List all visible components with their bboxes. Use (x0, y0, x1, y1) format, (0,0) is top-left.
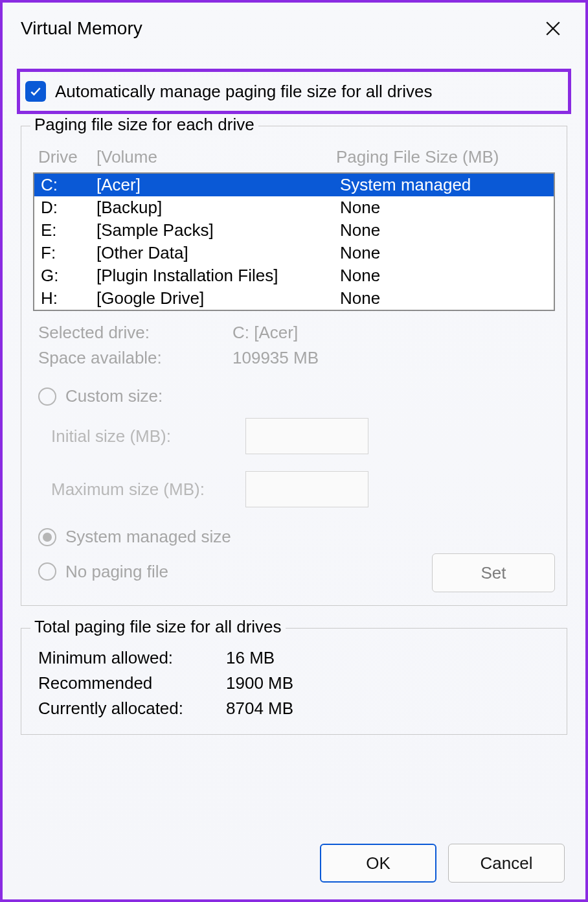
radio-system-managed[interactable] (38, 528, 56, 546)
header-size: Paging File Size (MB) (336, 147, 550, 167)
drive-letter: G: (41, 266, 96, 286)
recommended-value: 1900 MB (226, 673, 293, 693)
set-button-label: Set (481, 563, 506, 583)
drive-size: System managed (340, 175, 547, 195)
drive-size: None (340, 266, 547, 286)
drive-letter: H: (41, 288, 96, 308)
radio-custom-size[interactable] (38, 387, 56, 406)
currently-allocated-value: 8704 MB (226, 699, 293, 719)
minimum-allowed-value: 16 MB (226, 648, 275, 668)
drive-volume: [Google Drive] (96, 288, 340, 308)
radio-system-label: System managed size (65, 527, 231, 547)
maximum-size-label: Maximum size (MB): (51, 480, 245, 500)
ok-button[interactable]: OK (320, 844, 436, 883)
per-drive-legend: Paging file size for each drive (30, 115, 258, 135)
currently-allocated-label: Currently allocated: (38, 699, 226, 719)
space-available-value: 109935 MB (232, 348, 319, 368)
selected-drive-label: Selected drive: (38, 323, 232, 343)
set-button[interactable]: Set (432, 553, 555, 592)
selected-drive-value: C: [Acer] (232, 323, 298, 343)
drive-letter: D: (41, 198, 96, 218)
cancel-button-label: Cancel (481, 853, 533, 873)
auto-manage-highlight: Automatically manage paging file size fo… (17, 69, 571, 114)
drive-size: None (340, 198, 547, 218)
totals-group: Total paging file size for all drives Mi… (21, 628, 567, 735)
initial-size-label: Initial size (MB): (51, 426, 245, 446)
drive-volume: [Backup] (96, 198, 340, 218)
virtual-memory-dialog: Virtual Memory Automatically manage pagi… (0, 0, 588, 902)
window-title: Virtual Memory (21, 18, 142, 39)
drive-volume: [Sample Packs] (96, 220, 340, 240)
radio-no-paging[interactable] (38, 562, 56, 581)
drive-list[interactable]: C: [Acer] System managed D: [Backup] Non… (33, 172, 555, 311)
drive-size: None (340, 288, 547, 308)
header-volume: [Volume (96, 147, 336, 167)
totals-legend: Total paging file size for all drives (30, 617, 286, 637)
drive-row[interactable]: D: [Backup] None (34, 196, 554, 219)
cancel-button[interactable]: Cancel (448, 844, 565, 883)
drive-letter: C: (41, 175, 96, 195)
radio-custom-label: Custom size: (65, 386, 163, 406)
ok-button-label: OK (366, 853, 390, 873)
dialog-footer: OK Cancel (320, 844, 565, 883)
drive-row[interactable]: H: [Google Drive] None (34, 287, 554, 310)
auto-manage-checkbox[interactable] (25, 81, 46, 102)
space-available-label: Space available: (38, 348, 232, 368)
auto-manage-label: Automatically manage paging file size fo… (55, 82, 432, 102)
drive-list-header: Drive [Volume Paging File Size (MB) (33, 143, 555, 172)
minimum-allowed-label: Minimum allowed: (38, 648, 226, 668)
drive-letter: E: (41, 220, 96, 240)
drive-row[interactable]: C: [Acer] System managed (34, 174, 554, 196)
drive-row[interactable]: F: [Other Data] None (34, 242, 554, 264)
per-drive-group: Paging file size for each drive Drive [V… (21, 126, 567, 606)
initial-size-input[interactable] (245, 418, 368, 454)
radio-nopaging-label: No paging file (65, 562, 168, 582)
drive-volume: [Other Data] (96, 243, 340, 263)
drive-row[interactable]: G: [Plugin Installation Files] None (34, 264, 554, 287)
header-drive: Drive (38, 147, 96, 167)
drive-size: None (340, 243, 547, 263)
titlebar: Virtual Memory (3, 3, 585, 49)
drive-size: None (340, 220, 547, 240)
recommended-label: Recommended (38, 673, 226, 693)
drive-letter: F: (41, 243, 96, 263)
maximum-size-input[interactable] (245, 471, 368, 507)
drive-volume: [Acer] (96, 175, 340, 195)
close-icon[interactable] (539, 14, 567, 43)
drive-row[interactable]: E: [Sample Packs] None (34, 219, 554, 242)
drive-volume: [Plugin Installation Files] (96, 266, 340, 286)
